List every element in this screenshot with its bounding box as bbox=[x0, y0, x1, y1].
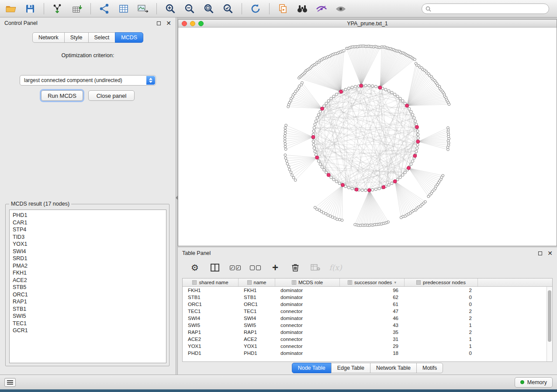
table-row[interactable]: ACE2 ACE2 connector 31 1 bbox=[183, 336, 547, 343]
export-image-button[interactable] bbox=[136, 2, 149, 15]
cell-mcds-role[interactable]: dominator bbox=[275, 288, 340, 293]
cell-name[interactable]: ORC1 bbox=[239, 302, 275, 307]
table-settings-button[interactable]: ⚙ bbox=[189, 262, 201, 273]
mcds-result-item[interactable]: TEC1 bbox=[10, 320, 166, 327]
mcds-result-item[interactable]: CAR1 bbox=[10, 219, 166, 227]
new-network-button[interactable] bbox=[98, 2, 111, 15]
column-header-shared-name[interactable]: shared name bbox=[183, 279, 239, 286]
mcds-result-item[interactable]: ACE2 bbox=[10, 277, 166, 284]
cell-shared-name[interactable]: SWI4 bbox=[183, 316, 239, 321]
cell-mcds-role[interactable]: dominator bbox=[275, 302, 340, 307]
delete-column-button[interactable] bbox=[290, 262, 301, 273]
cell-mcds-role[interactable]: dominator bbox=[275, 351, 340, 356]
cell-name[interactable]: SWI4 bbox=[239, 316, 275, 321]
show-hide-gray-button[interactable] bbox=[334, 2, 347, 15]
mcds-result-list[interactable]: PHD1 CAR1 STP4 TID3 YOX1 SWI4 SRD1 PMA2 bbox=[9, 210, 166, 363]
cell-predecessor-nodes[interactable]: 2 bbox=[405, 330, 478, 335]
cell-successor-nodes[interactable]: 96 bbox=[340, 288, 405, 293]
cell-successor-nodes[interactable]: 29 bbox=[340, 344, 405, 349]
table-row[interactable]: ORC1 ORC1 dominator 61 0 bbox=[183, 301, 547, 308]
cell-predecessor-nodes[interactable]: 0 bbox=[405, 302, 478, 307]
new-table-button[interactable] bbox=[117, 2, 130, 15]
table-row[interactable]: SWI5 SWI5 connector 43 1 bbox=[183, 322, 547, 329]
zoom-in-button[interactable] bbox=[164, 2, 177, 15]
cell-predecessor-nodes[interactable]: 2 bbox=[405, 288, 478, 293]
cell-name[interactable]: RAP1 bbox=[239, 330, 275, 335]
open-file-button[interactable] bbox=[4, 2, 17, 15]
network-window-titlebar[interactable]: YPA_prune.txt_1 bbox=[178, 20, 557, 28]
table-row[interactable]: RAP1 RAP1 dominator 35 2 bbox=[183, 329, 547, 336]
select-all-button[interactable]: ✓✓ bbox=[229, 262, 241, 273]
cell-mcds-role[interactable]: connector bbox=[275, 344, 340, 349]
mcds-result-item[interactable]: RAP1 bbox=[10, 298, 166, 306]
column-header-name[interactable]: name bbox=[239, 279, 275, 286]
cell-shared-name[interactable]: RAP1 bbox=[183, 330, 239, 335]
table-scrollbar[interactable] bbox=[547, 287, 552, 361]
cell-shared-name[interactable]: STB1 bbox=[183, 295, 239, 300]
task-history-button[interactable] bbox=[4, 378, 16, 387]
cell-shared-name[interactable]: SWI5 bbox=[183, 323, 239, 328]
zoom-out-button[interactable] bbox=[183, 2, 196, 15]
mcds-result-item[interactable]: SRD1 bbox=[10, 255, 166, 262]
cell-successor-nodes[interactable]: 18 bbox=[340, 351, 405, 356]
mcds-result-item[interactable]: ORC1 bbox=[10, 291, 166, 299]
table-row[interactable]: TEC1 TEC1 connector 47 2 bbox=[183, 308, 547, 315]
cell-shared-name[interactable]: YOX1 bbox=[183, 344, 239, 349]
close-panel-icon[interactable]: ✕ bbox=[166, 21, 171, 25]
cell-successor-nodes[interactable]: 35 bbox=[340, 330, 405, 335]
tab-network[interactable]: Network bbox=[32, 32, 65, 43]
cell-successor-nodes[interactable]: 61 bbox=[340, 302, 405, 307]
run-mcds-button[interactable]: Run MCDS bbox=[41, 90, 83, 101]
cell-predecessor-nodes[interactable]: 2 bbox=[405, 309, 478, 314]
mcds-result-item[interactable]: SWI4 bbox=[10, 248, 166, 255]
cell-mcds-role[interactable]: dominator bbox=[275, 295, 340, 300]
close-panel-button[interactable]: Close panel bbox=[88, 90, 135, 101]
network-graph-canvas[interactable] bbox=[178, 28, 557, 246]
cell-predecessor-nodes[interactable]: 1 bbox=[405, 337, 478, 342]
float-panel-icon[interactable] bbox=[157, 21, 161, 25]
show-hide-purple-button[interactable] bbox=[315, 2, 328, 15]
cell-successor-nodes[interactable]: 62 bbox=[340, 295, 405, 300]
cell-successor-nodes[interactable]: 43 bbox=[340, 323, 405, 328]
cell-shared-name[interactable]: ACE2 bbox=[183, 337, 239, 342]
table-row[interactable]: FKH1 FKH1 dominator 96 2 bbox=[183, 287, 547, 294]
cell-mcds-role[interactable]: connector bbox=[275, 323, 340, 328]
cell-predecessor-nodes[interactable]: 1 bbox=[405, 323, 478, 328]
cell-successor-nodes[interactable]: 31 bbox=[340, 337, 405, 342]
delete-table-button[interactable] bbox=[310, 262, 321, 273]
tab-edge-table[interactable]: Edge Table bbox=[331, 363, 370, 373]
zoom-fit-button[interactable] bbox=[202, 2, 215, 15]
table-row[interactable]: SWI4 SWI4 dominator 46 2 bbox=[183, 315, 547, 322]
float-table-panel-icon[interactable] bbox=[538, 251, 542, 255]
import-network-button[interactable] bbox=[51, 2, 64, 15]
cell-name[interactable]: FKH1 bbox=[239, 288, 275, 293]
cell-shared-name[interactable]: ORC1 bbox=[183, 302, 239, 307]
search-input[interactable] bbox=[434, 6, 545, 12]
cell-predecessor-nodes[interactable]: 0 bbox=[405, 351, 478, 356]
minimize-window-icon[interactable] bbox=[190, 21, 195, 26]
cell-name[interactable]: ACE2 bbox=[239, 337, 275, 342]
table-row[interactable]: YOX1 YOX1 connector 29 1 bbox=[183, 343, 547, 350]
cell-successor-nodes[interactable]: 46 bbox=[340, 316, 405, 321]
function-builder-button[interactable]: f(x) bbox=[330, 262, 341, 273]
cell-name[interactable]: SWI5 bbox=[239, 323, 275, 328]
cell-shared-name[interactable]: TEC1 bbox=[183, 309, 239, 314]
close-window-icon[interactable] bbox=[182, 21, 187, 26]
memory-button[interactable]: Memory bbox=[515, 377, 553, 388]
find-button[interactable] bbox=[296, 2, 309, 15]
cell-predecessor-nodes[interactable]: 1 bbox=[405, 344, 478, 349]
mcds-result-item[interactable]: STP4 bbox=[10, 226, 166, 234]
cell-successor-nodes[interactable]: 47 bbox=[340, 309, 405, 314]
close-table-panel-icon[interactable]: ✕ bbox=[547, 251, 553, 255]
table-scrollbar-thumb[interactable] bbox=[548, 290, 551, 342]
column-header-successor-nodes[interactable]: successor nodes ▾ bbox=[340, 279, 405, 286]
table-row[interactable]: STB1 STB1 dominator 62 0 bbox=[183, 294, 547, 301]
cell-mcds-role[interactable]: connector bbox=[275, 309, 340, 314]
add-column-button[interactable]: + bbox=[270, 262, 281, 273]
tab-motifs[interactable]: Motifs bbox=[416, 363, 443, 373]
tab-network-table[interactable]: Network Table bbox=[370, 363, 417, 373]
cell-name[interactable]: TEC1 bbox=[239, 309, 275, 314]
copy-style-button[interactable] bbox=[277, 2, 290, 15]
mcds-result-item[interactable]: GCR1 bbox=[10, 327, 166, 334]
tab-style[interactable]: Style bbox=[64, 32, 89, 43]
